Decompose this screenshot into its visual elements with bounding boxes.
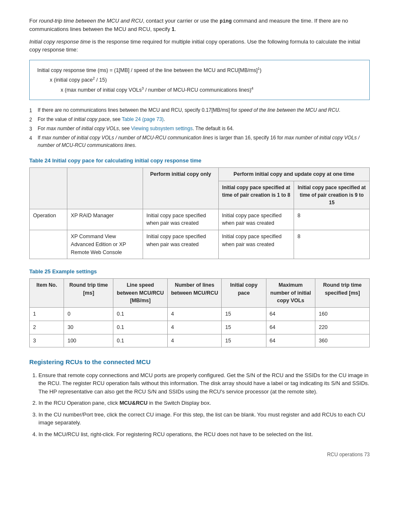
t25-r3-itemno: 3 [30,334,64,347]
table24-col1-header [30,167,67,209]
table25-header-maxvols: Maximum number of initial copy VOLs [266,278,315,307]
table25-header-roundtrip: Round trip time [ms] [64,278,113,307]
table25-header-copypace: Initial copy pace [222,278,266,307]
formula-line2: x (initial copy pace2 / 15) [50,75,362,85]
t25-r1-nl: 4 [167,308,222,321]
table24-subcol4b-header: Initial copy pace specified at time of p… [294,181,370,209]
viewing-settings-link[interactable]: Viewing subsystem settings [131,126,192,131]
table25-header-rtspecified: Round trip time specified [ms] [315,278,370,307]
intro-para2: Initial copy response time is the respon… [29,38,370,54]
table24-col4-header: Perform initial copy and update copy at … [218,167,369,181]
mcu-rcu-label: MCU&RCU [120,400,148,406]
table25-header-linespeed: Line speed between MCU/RCU [MB/ms] [113,278,168,307]
table25-title: Table 25 Example settings [29,267,370,276]
t25-r3-mv: 64 [266,334,315,347]
footnotes-section: 1 If there are no communications lines b… [29,107,370,149]
t25-r2-ls: 0.1 [113,321,168,334]
table24-row1-col3: Initial copy pace specified when pair wa… [143,209,218,230]
table24-col2-header [67,167,143,209]
formula-box: Initial copy response time (ms) = (1[MB]… [29,60,370,100]
footnote-3: 3 For max number of initial copy VOLs, s… [29,125,370,133]
t25-r2-nl: 4 [167,321,222,334]
table24-subcol4a-header: Initial copy pace specified at time of p… [218,181,294,209]
table-row: Operation XP RAID Manager Initial copy p… [30,209,370,230]
table24-row2-col1 [30,230,67,259]
table24-title: Table 24 Initial copy pace for calculati… [29,157,370,165]
t25-r3-ls: 0.1 [113,334,168,347]
t25-r2-itemno: 2 [30,321,64,334]
t25-r1-cp: 15 [222,308,266,321]
t25-r3-nl: 4 [167,334,222,347]
table-row: 1 0 0.1 4 15 64 160 [30,308,370,321]
rcu-step-3: In the CU number/Port tree, click the co… [38,411,370,427]
t25-r1-mv: 64 [266,308,315,321]
table25: Item No. Round trip time [ms] Line speed… [29,278,370,348]
t25-r2-rts: 220 [315,321,370,334]
table24-row1-col4b: 8 [294,209,370,230]
ping-command: ping [220,18,232,24]
table24-row2-col4b: 8 [294,230,370,259]
table-row: 2 30 0.1 4 15 64 220 [30,321,370,334]
table24-row1-col4a: Initial copy pace specified when pair wa… [218,209,294,230]
rcu-step-1: Ensure that remote copy connections and … [38,371,370,396]
t25-r2-mv: 64 [266,321,315,334]
t25-r1-itemno: 1 [30,308,64,321]
table25-header-row: Item No. Round trip time [ms] Line speed… [30,278,370,307]
t25-r3-rts: 360 [315,334,370,347]
intro-para1: For round-trip time between the MCU and … [29,17,370,33]
table24-header-row1: Perform initial copy only Perform initia… [30,167,370,181]
footnote-1: 1 If there are no communications lines b… [29,107,370,114]
t25-r1-rts: 160 [315,308,370,321]
table24-row2-col3: Initial copy pace specified when pair wa… [143,230,218,259]
rcu-step-2: In the RCU Operation pane, click MCU&RCU… [38,399,370,407]
table24-row2-col4a: Initial copy pace specified when pair wa… [218,230,294,259]
table24-link[interactable]: Table 24 (page 73) [122,116,164,122]
table24-row1-col1: Operation [30,209,67,230]
t25-r1-rt: 0 [64,308,113,321]
footnote-2: 2 For the value of initial copy pace, se… [29,116,370,123]
section-rcu-heading: Registering RCUs to the connected MCU [29,357,370,367]
formula-line1: Initial copy response time (ms) = (1[MB]… [37,67,261,73]
footnote-4: 4 If max number of initial copy VOLs / n… [29,134,370,149]
table24-row2-col2: XP Command View Advanced Edition or XP R… [67,230,143,259]
table24-col3-header: Perform initial copy only [143,167,218,209]
t25-r1-ls: 0.1 [113,308,168,321]
rcu-step-4: In the MCU/RCU list, right-click. For re… [38,430,370,439]
t25-r3-rt: 100 [64,334,113,347]
rcu-steps-list: Ensure that remote copy connections and … [29,371,370,439]
table-row: 3 100 0.1 4 15 64 360 [30,334,370,347]
table-row: XP Command View Advanced Edition or XP R… [30,230,370,259]
t25-r3-cp: 15 [222,334,266,347]
t25-r2-rt: 30 [64,321,113,334]
page-footer: RCU operations 73 [29,451,370,458]
table24-row1-col2: XP RAID Manager [67,209,143,230]
table24: Perform initial copy only Perform initia… [29,167,370,260]
table25-header-numlines: Number of lines between MCU/RCU [167,278,222,307]
table25-header-itemno: Item No. [30,278,64,307]
t25-r2-cp: 15 [222,321,266,334]
formula-line3: x (max number of initial copy VOLs3 / nu… [61,85,362,95]
